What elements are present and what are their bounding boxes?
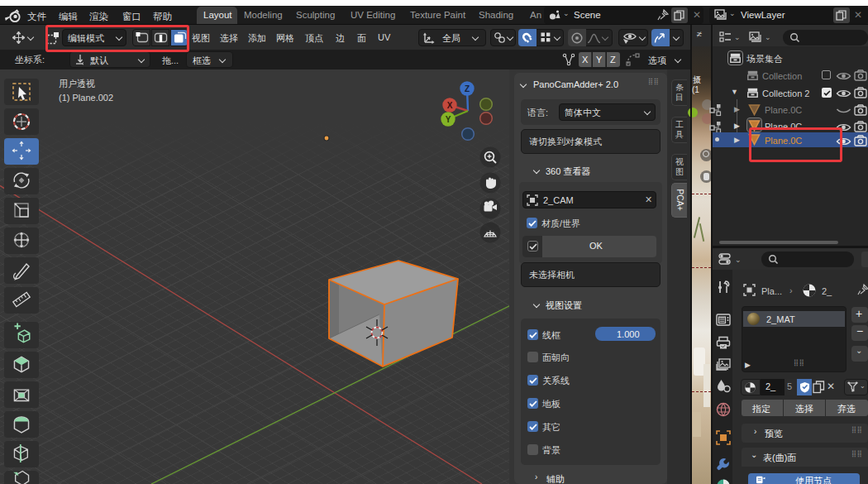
svg-text:Z: Z bbox=[465, 84, 470, 93]
svg-text:Y: Y bbox=[446, 115, 451, 124]
svg-text:X: X bbox=[447, 101, 453, 110]
svg-text:用户透视: 用户透视 bbox=[59, 79, 95, 89]
svg-text:(1) Plane.002: (1) Plane.002 bbox=[59, 93, 113, 103]
